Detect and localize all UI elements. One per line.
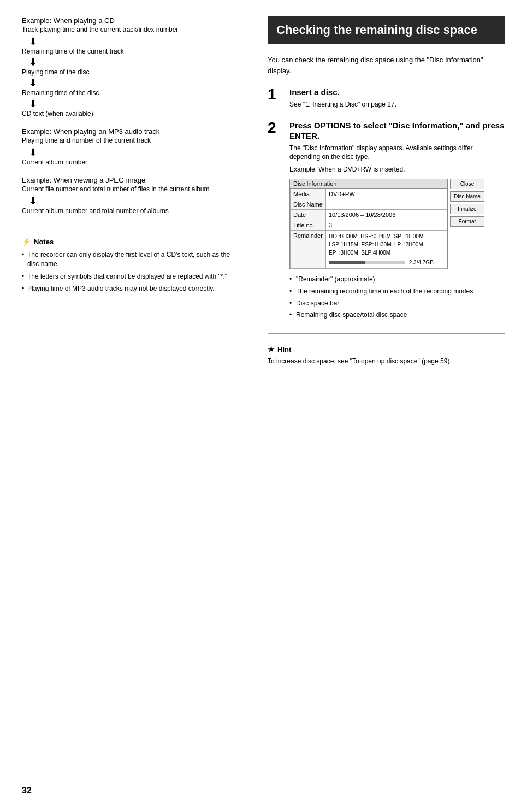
step-2-heading: Press OPTIONS to select "Disc Informatio… (289, 120, 505, 142)
left-divider (22, 226, 238, 226)
disc-info-table: Media DVD+RW Disc Name Date 10/13/2006 –… (290, 189, 447, 269)
step-2-number: 2 (268, 120, 283, 136)
disc-date-value: 10/13/2006 – 10/28/2006 (326, 210, 447, 220)
step-1-content: Insert a disc. See "1. Inserting a Disc"… (289, 87, 505, 109)
disc-media-row: Media DVD+RW (291, 189, 447, 199)
notes-item-3: Playing time of MP3 audio tracks may not… (22, 284, 238, 293)
cd-step-3: Remaining time of the disc (22, 89, 238, 97)
mp3-example-subtitle: Playing time and number of the current t… (22, 137, 238, 144)
hint-header: ★ Hint (268, 345, 505, 354)
disc-titleno-row: Title no. 3 (291, 220, 447, 231)
disc-media-value: DVD+RW (326, 189, 447, 199)
hint-title: Hint (277, 345, 291, 354)
step-1-number: 1 (268, 87, 283, 102)
step-2-example-label: Example: When a DVD+RW is inserted. (289, 165, 505, 174)
mp3-step-1: Current album number (22, 158, 238, 166)
disc-info-buttons: Close Disc Name Finalize Format (450, 179, 484, 227)
right-panel: Checking the remaining disc space You ca… (251, 0, 521, 812)
jpeg-example-title: Example: When viewing a JPEG image (22, 176, 238, 184)
step-2-block: 2 Press OPTIONS to select "Disc Informat… (268, 120, 505, 323)
disc-media-label: Media (291, 189, 326, 199)
disc-titleno-value: 3 (326, 220, 447, 231)
cd-step-1: Remaining time of the current track (22, 48, 238, 55)
jpeg-example: Example: When viewing a JPEG image Curre… (22, 176, 238, 215)
cd-example-subtitle: Track playing time and the current track… (22, 26, 238, 33)
step-1-block: 1 Insert a disc. See "1. Inserting a Dis… (268, 87, 505, 109)
close-button[interactable]: Close (450, 179, 484, 189)
disc-name-value (326, 199, 447, 210)
disc-name-button[interactable]: Disc Name (450, 191, 484, 202)
mp3-example: Example: When playing an MP3 audio track… (22, 127, 238, 166)
disc-titleno-label: Title no. (291, 220, 326, 231)
right-divider (268, 333, 505, 334)
arrow-down-icon: ⬇ (27, 196, 38, 206)
remainder-item-3: Remaining disc space/total disc space (289, 310, 505, 320)
remainder-item-2: Disc space bar (289, 299, 505, 308)
jpeg-example-subtitle: Current file number and total number of … (22, 185, 238, 193)
disc-remainder-label: Remainder (291, 231, 326, 269)
remainder-list: "Remainder" (approximate) The remaining … (289, 275, 505, 320)
notes-section: ⚡ Notes The recorder can only display th… (22, 237, 238, 293)
hint-icon: ★ (268, 345, 275, 354)
section-title: Checking the remaining disc space (276, 23, 496, 37)
arrow-down-icon: ⬇ (27, 99, 38, 109)
step-2-content: Press OPTIONS to select "Disc Informatio… (289, 120, 505, 323)
notes-item-2: The letters or symbols that cannot be di… (22, 272, 238, 281)
disc-name-label: Disc Name (291, 199, 326, 210)
finalize-button[interactable]: Finalize (450, 204, 484, 214)
mp3-example-title: Example: When playing an MP3 audio track (22, 127, 238, 136)
intro-text: You can check the remaining disc space u… (268, 55, 505, 76)
arrow-down-icon: ⬇ (27, 148, 38, 157)
cd-example-title: Example: When playing a CD (22, 16, 238, 25)
format-button[interactable]: Format (450, 216, 484, 227)
hint-section: ★ Hint To increase disc space, see "To o… (268, 345, 505, 366)
disc-date-label: Date (291, 210, 326, 220)
section-header: Checking the remaining disc space (268, 16, 505, 44)
disc-remainder-value: HQ :0H30M HSP:0H45M SP :1H00M LSP:1H15M … (326, 231, 447, 269)
cd-step-2: Playing time of the disc (22, 68, 238, 76)
notes-title: Notes (34, 238, 54, 246)
hint-text: To increase disc space, see "To open up … (268, 357, 505, 366)
notes-list: The recorder can only display the first … (22, 250, 238, 293)
step-1-desc: See "1. Inserting a Disc" on page 27. (289, 100, 505, 109)
disc-info-window-title: Disc Information (290, 179, 447, 189)
cd-example: Example: When playing a CD Track playing… (22, 16, 238, 117)
arrow-down-icon: ⬇ (27, 57, 38, 67)
remainder-desc: "Remainder" (approximate) (289, 275, 505, 284)
notes-icon: ⚡ (22, 237, 31, 246)
arrow-down-icon: ⬇ (27, 78, 38, 88)
left-panel: Example: When playing a CD Track playing… (0, 0, 251, 812)
remainder-item-1: The remaining recording time in each of … (289, 287, 505, 296)
disc-remainder-row: Remainder HQ :0H30M HSP:0H45M SP :1H00M … (291, 231, 447, 269)
notes-item-1: The recorder can only display the first … (22, 250, 238, 269)
arrow-down-icon: ⬇ (27, 37, 38, 46)
step-2-desc: The "Disc Information" display appears. … (289, 144, 505, 162)
cd-step-4: CD text (when available) (22, 110, 238, 117)
jpeg-step-1: Current album number and total number of… (22, 207, 238, 215)
disc-date-row: Date 10/13/2006 – 10/28/2006 (291, 210, 447, 220)
page-number: 32 (22, 786, 32, 796)
notes-header: ⚡ Notes (22, 237, 238, 246)
disc-name-row: Disc Name (291, 199, 447, 210)
step-1-heading: Insert a disc. (289, 87, 505, 98)
